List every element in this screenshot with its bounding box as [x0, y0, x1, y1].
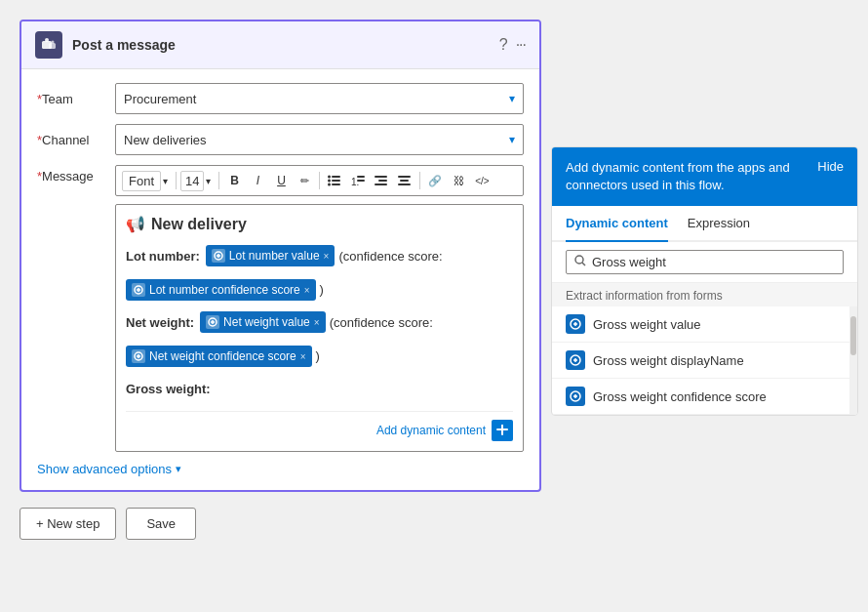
- add-dynamic-button[interactable]: [492, 420, 513, 441]
- net-confidence-chip-label: Net weight confidence score: [149, 349, 296, 363]
- dynamic-content-panel: Add dynamic content from the apps and co…: [551, 146, 858, 416]
- toolbar-divider-2: [218, 172, 219, 189]
- search-box: [566, 250, 844, 274]
- scrollbar-track[interactable]: [849, 306, 857, 415]
- card-title: Post a message: [72, 37, 176, 53]
- size-chevron-icon[interactable]: ▾: [206, 176, 211, 186]
- panel-search: [552, 242, 857, 283]
- help-icon[interactable]: ?: [499, 36, 508, 54]
- channel-chevron-icon: ▾: [509, 133, 515, 146]
- svg-point-3: [52, 41, 55, 44]
- tab-dynamic-content[interactable]: Dynamic content: [566, 206, 668, 242]
- net-confidence-chip[interactable]: Net weight confidence score ×: [126, 346, 312, 367]
- message-content-area[interactable]: 📢 New delivery Lot number:: [115, 204, 524, 452]
- size-label[interactable]: 14: [180, 171, 204, 191]
- card-header-left: Post a message: [35, 31, 176, 59]
- search-input[interactable]: [592, 255, 835, 269]
- lot-value-chip-close[interactable]: ×: [324, 251, 330, 262]
- font-label[interactable]: Font: [122, 171, 161, 191]
- svg-rect-9: [332, 184, 340, 185]
- font-selector[interactable]: Font ▾: [122, 171, 168, 191]
- list-item[interactable]: Gross weight value: [552, 306, 857, 343]
- svg-rect-1: [49, 43, 56, 49]
- panel-items: Gross weight value Gross weight displayN…: [552, 306, 857, 415]
- net-value-chip-close[interactable]: ×: [314, 317, 320, 328]
- lot-confidence-row: Lot number confidence score × ): [126, 278, 513, 302]
- gross-weight-row: Gross weight:: [126, 378, 513, 401]
- bottom-actions: + New step Save: [20, 508, 541, 540]
- item-icon-0: [566, 314, 585, 334]
- scrollbar-thumb: [850, 316, 856, 355]
- indent-more-button[interactable]: [394, 170, 415, 191]
- save-button[interactable]: Save: [126, 508, 196, 540]
- svg-line-34: [582, 263, 585, 265]
- hide-button[interactable]: Hide: [817, 159, 844, 174]
- message-label: *Message: [37, 165, 107, 184]
- svg-point-33: [575, 256, 583, 264]
- item-icon-1: [566, 350, 585, 370]
- post-message-card: Post a message ? ··· *Team Procurement ▾: [20, 20, 541, 492]
- link-button[interactable]: 🔗: [424, 170, 446, 191]
- channel-select[interactable]: New deliveries ▾: [115, 124, 524, 155]
- net-confidence-row: Net weight confidence score × ): [126, 345, 513, 368]
- svg-rect-12: [357, 180, 365, 182]
- code-button[interactable]: </>: [471, 170, 493, 191]
- toolbar-divider-3: [319, 172, 320, 189]
- message-editor: Font ▾ 14 ▾ B I U ✏: [115, 165, 524, 452]
- bullet-list-button[interactable]: [324, 170, 345, 191]
- card-body: *Team Procurement ▾ *Channel New deliver…: [21, 69, 539, 490]
- list-item[interactable]: Gross weight confidence score: [552, 379, 857, 415]
- delivery-header: 📢 New delivery: [126, 215, 513, 233]
- tab-expression[interactable]: Expression: [688, 206, 750, 242]
- lot-value-chip[interactable]: Lot number value ×: [206, 245, 335, 266]
- add-dynamic-row: Add dynamic content: [126, 411, 513, 441]
- confidence-text-2: (confidence score:: [330, 311, 433, 335]
- number-list-button[interactable]: 1.: [347, 170, 369, 191]
- channel-row: *Channel New deliveries ▾: [37, 124, 524, 155]
- team-select[interactable]: Procurement ▾: [115, 83, 524, 114]
- svg-rect-15: [375, 184, 387, 185]
- item-label-0: Gross weight value: [593, 317, 701, 332]
- net-weight-row: Net weight: Net weight value × (confiden…: [126, 311, 513, 335]
- lot-confidence-chip-icon: [132, 283, 145, 297]
- gross-weight-label: Gross weight:: [126, 378, 211, 401]
- save-label: Save: [146, 516, 176, 531]
- svg-point-6: [328, 180, 331, 183]
- item-label-1: Gross weight displayName: [593, 353, 744, 368]
- lot-value-chip-icon: [212, 249, 225, 263]
- font-chevron-icon[interactable]: ▾: [163, 176, 168, 186]
- lot-confidence-chip-label: Lot number confidence score: [149, 283, 300, 297]
- italic-button[interactable]: I: [247, 170, 268, 191]
- net-confidence-chip-close[interactable]: ×: [300, 351, 306, 362]
- search-icon: [574, 255, 586, 269]
- panel-header: Add dynamic content from the apps and co…: [552, 147, 857, 206]
- more-icon[interactable]: ···: [516, 36, 526, 54]
- show-advanced-label: Show advanced options: [37, 462, 172, 476]
- svg-rect-7: [332, 180, 340, 182]
- bold-button[interactable]: B: [223, 170, 245, 191]
- svg-rect-16: [398, 176, 411, 178]
- megaphone-icon: 📢: [126, 215, 145, 233]
- underline-button[interactable]: U: [270, 170, 292, 191]
- lot-value-chip-label: Lot number value: [229, 249, 320, 263]
- add-dynamic-link[interactable]: Add dynamic content: [376, 424, 486, 437]
- indent-less-button[interactable]: [371, 170, 392, 191]
- list-item[interactable]: Gross weight displayName: [552, 343, 857, 379]
- svg-point-2: [45, 38, 49, 42]
- unlink-button[interactable]: ⛓: [448, 170, 469, 191]
- lot-confidence-chip-close[interactable]: ×: [304, 285, 310, 296]
- pen-button[interactable]: ✏: [294, 170, 315, 191]
- lot-confidence-chip[interactable]: Lot number confidence score ×: [126, 279, 316, 301]
- item-label-2: Gross weight confidence score: [593, 389, 767, 404]
- toolbar-divider-4: [419, 172, 420, 189]
- svg-point-4: [328, 176, 331, 179]
- size-selector[interactable]: 14 ▾: [180, 171, 211, 191]
- new-step-button[interactable]: + New step: [20, 508, 116, 540]
- net-value-chip[interactable]: Net weight value ×: [200, 311, 326, 333]
- net-confidence-chip-icon: [132, 349, 145, 363]
- show-advanced-options[interactable]: Show advanced options ▾: [37, 462, 524, 476]
- svg-point-8: [328, 184, 331, 186]
- net-value-chip-icon: [206, 315, 219, 329]
- panel-tabs: Dynamic content Expression: [552, 206, 857, 242]
- channel-label: *Channel: [37, 133, 107, 147]
